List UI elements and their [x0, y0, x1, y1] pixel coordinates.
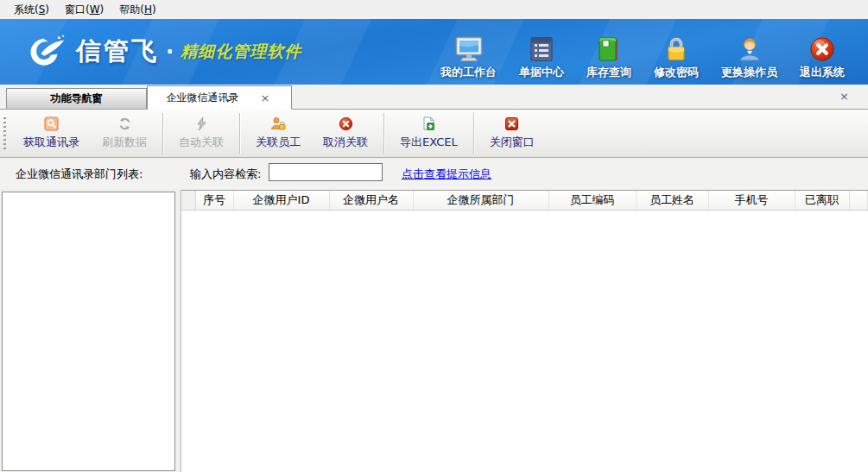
- toolbar-separator: [383, 113, 384, 154]
- fetch-contacts-label: 获取通讯录: [23, 135, 79, 150]
- app-banner: 信管飞 · 精细化管理软件 我的工作台: [0, 19, 868, 85]
- change-password-button[interactable]: 修改密码: [643, 36, 710, 80]
- filter-bar: 企业微信通讯录部门列表: 输入内容检索: 点击查看提示信息: [0, 158, 868, 189]
- department-tree-panel[interactable]: [2, 192, 175, 471]
- tab-strip: 功能导航窗 企业微信通讯录 × ×: [0, 85, 868, 110]
- contacts-grid[interactable]: 序号 企微用户ID 企微用户名 企微所属部门 员工编码 员工姓名 手机号 已离职: [181, 190, 868, 472]
- close-window-button[interactable]: 关闭窗口: [478, 111, 546, 155]
- column-header-filler: [849, 191, 868, 210]
- brand-tagline: 精细化管理软件: [181, 41, 301, 63]
- my-workbench-label: 我的工作台: [440, 65, 497, 80]
- exit-system-label: 退出系统: [800, 65, 845, 80]
- export-excel-label: 导出EXCEL: [400, 135, 458, 150]
- documents-icon: [529, 36, 554, 62]
- menu-help-label: 帮助(H): [119, 3, 155, 16]
- exit-icon: [809, 36, 835, 62]
- document-center-button[interactable]: 单据中心: [508, 36, 575, 80]
- exit-system-button[interactable]: 退出系统: [789, 36, 856, 80]
- link-employee-button[interactable]: 关联员工: [244, 111, 312, 155]
- inventory-book-icon: [597, 36, 621, 62]
- contacts-table: 序号 企微用户ID 企微用户名 企微所属部门 员工编码 员工姓名 手机号 已离职: [181, 191, 868, 211]
- table-header-row: 序号 企微用户ID 企微用户名 企微所属部门 员工编码 员工姓名 手机号 已离职: [181, 191, 868, 210]
- menu-system[interactable]: 系统(S): [9, 1, 60, 19]
- workstation-icon: [455, 36, 483, 62]
- column-header-mobile[interactable]: 手机号: [708, 191, 795, 210]
- menu-bar: 系统(S) 窗口(W) 帮助(H): [0, 0, 868, 19]
- column-header-seq[interactable]: 序号: [195, 191, 233, 210]
- tab-wecom-contacts-label: 企业微信通讯录: [167, 91, 239, 105]
- auto-link-label: 自动关联: [179, 135, 224, 150]
- switch-operator-button[interactable]: 更换操作员: [710, 36, 789, 80]
- close-window-label: 关闭窗口: [490, 135, 535, 150]
- tab-close-icon[interactable]: ×: [258, 91, 273, 104]
- unlink-icon: [339, 116, 353, 131]
- link-employee-icon: [270, 116, 286, 131]
- column-header-wecom-department[interactable]: 企微所属部门: [413, 191, 548, 210]
- unlink-label: 取消关联: [323, 135, 368, 150]
- dept-list-label: 企业微信通讯录部门列表:: [16, 167, 143, 182]
- close-window-icon: [504, 116, 519, 131]
- refresh-data-label: 刷新数据: [102, 135, 147, 150]
- toolbar-separator: [239, 113, 240, 154]
- menu-system-label: 系统(S): [14, 3, 49, 16]
- banner-actions: 我的工作台 单据中心: [429, 36, 856, 80]
- inventory-query-label: 库存查询: [586, 65, 631, 80]
- brand-dot: ·: [166, 40, 174, 64]
- search-input[interactable]: [269, 163, 383, 181]
- password-lock-icon: [664, 36, 688, 62]
- window-toolbar: 获取通讯录 刷新数据 自动关联: [0, 110, 868, 158]
- link-employee-label: 关联员工: [256, 135, 301, 150]
- export-excel-button[interactable]: 导出EXCEL: [389, 111, 469, 155]
- column-header-employee-code[interactable]: 员工编码: [548, 191, 636, 210]
- change-password-label: 修改密码: [654, 65, 699, 80]
- tab-function-nav[interactable]: 功能导航窗: [6, 88, 147, 109]
- document-center-label: 单据中心: [519, 65, 564, 80]
- brand-name: 信管飞: [76, 35, 159, 69]
- brand-swoosh-icon: [28, 34, 67, 70]
- inventory-query-button[interactable]: 库存查询: [575, 36, 643, 80]
- fetch-contacts-button[interactable]: 获取通讯录: [12, 111, 91, 155]
- content-area: 序号 企微用户ID 企微用户名 企微所属部门 员工编码 员工姓名 手机号 已离职: [0, 189, 868, 472]
- column-header-wecom-user-name[interactable]: 企微用户名: [329, 191, 413, 210]
- column-header-employee-name[interactable]: 员工姓名: [636, 191, 708, 210]
- switch-operator-icon: [738, 36, 762, 62]
- export-excel-icon: [421, 116, 436, 131]
- refresh-icon: [117, 116, 132, 131]
- menu-window-label: 窗口(W): [65, 3, 104, 16]
- column-header-resigned[interactable]: 已离职: [795, 191, 849, 210]
- toolbar-separator: [162, 113, 163, 154]
- auto-link-icon: [194, 116, 209, 131]
- toolbar-separator: [473, 113, 474, 154]
- row-selector-header[interactable]: [181, 191, 195, 210]
- tab-wecom-contacts[interactable]: 企业微信通讯录 ×: [147, 85, 292, 110]
- refresh-data-button[interactable]: 刷新数据: [91, 111, 158, 155]
- search-label: 输入内容检索:: [190, 167, 261, 182]
- tabstrip-close-icon[interactable]: ×: [836, 89, 852, 104]
- menu-help[interactable]: 帮助(H): [114, 1, 166, 19]
- toolbar-grip[interactable]: [3, 117, 6, 149]
- fetch-contacts-icon: [44, 116, 59, 131]
- switch-operator-label: 更换操作员: [721, 65, 777, 80]
- tab-function-nav-label: 功能导航窗: [51, 91, 103, 106]
- column-header-wecom-user-id[interactable]: 企微用户ID: [233, 191, 329, 210]
- my-workbench-button[interactable]: 我的工作台: [429, 36, 508, 80]
- auto-link-button[interactable]: 自动关联: [168, 111, 235, 155]
- app-logo: 信管飞 · 精细化管理软件: [28, 34, 301, 70]
- menu-window[interactable]: 窗口(W): [60, 1, 114, 19]
- tip-link[interactable]: 点击查看提示信息: [402, 167, 491, 182]
- unlink-button[interactable]: 取消关联: [312, 111, 379, 155]
